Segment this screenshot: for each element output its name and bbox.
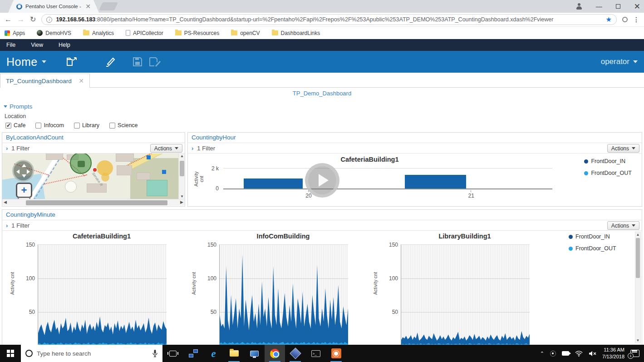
chevron-right-icon[interactable]: › <box>6 222 8 229</box>
chevron-right-icon[interactable]: › <box>6 145 8 152</box>
start-button[interactable] <box>0 345 21 362</box>
url-text[interactable]: 192.168.56.183:8080/pentaho/Home?name=TP… <box>56 16 602 23</box>
wifi-icon[interactable] <box>575 351 583 357</box>
actions-button[interactable]: Actions <box>607 221 639 230</box>
map-viewport[interactable]: Service R + ▲ ▼ <box>2 154 185 199</box>
doc-tab-close-icon[interactable]: ✕ <box>79 77 84 84</box>
bookmark-ps-resources[interactable]: PS-Resources <box>175 30 219 36</box>
back-button[interactable]: ← <box>5 16 12 23</box>
map-horizontal-scrollbar[interactable]: ◀ ▶ <box>2 199 185 206</box>
browser-profile-icon[interactable] <box>576 3 582 10</box>
extension-icon[interactable] <box>622 17 628 22</box>
browser-tab[interactable]: Pentaho User Console - T ✕ <box>8 0 99 13</box>
minimize-button[interactable]: — <box>596 3 602 10</box>
bookmark-dashboardlinks[interactable]: DashboardLinks <box>272 30 320 36</box>
taskbar-remote-desktop[interactable] <box>183 345 203 362</box>
panel-vertical-scrollbar[interactable]: ▲ ▼ <box>635 232 641 343</box>
map-pan-control[interactable] <box>12 160 34 182</box>
page-info-icon[interactable]: i <box>46 17 52 23</box>
map-marker-blue-square[interactable] <box>162 170 166 174</box>
taskbar-chrome[interactable] <box>265 345 285 362</box>
edit-pencil-button[interactable] <box>104 56 116 67</box>
maximize-button[interactable] <box>616 4 620 9</box>
tab-tp-countingdashboard[interactable]: TP_CountingDashboard ✕ <box>0 74 90 88</box>
address-bar[interactable]: i 192.168.56.183:8080/pentaho/Home?name=… <box>41 14 617 25</box>
save-as-button[interactable] <box>149 57 161 67</box>
scroll-up-icon[interactable]: ▲ <box>179 154 185 158</box>
scrollbar-thumb[interactable] <box>180 161 184 176</box>
bookmark-demohvs[interactable]: DemoHVS <box>37 30 71 36</box>
prompts-toggle[interactable]: Prompts <box>4 103 644 110</box>
checkbox-icon[interactable] <box>109 123 115 129</box>
microphone-icon[interactable] <box>152 349 158 357</box>
taskbar-file-explorer[interactable] <box>224 345 244 362</box>
pentaho-menubar: File View Help <box>0 39 644 51</box>
taskbar-internet-explorer[interactable]: e <box>203 345 224 362</box>
checkbox-cafe[interactable]: Cafe <box>5 122 25 129</box>
scroll-right-icon[interactable]: ▶ <box>180 200 183 204</box>
actions-button[interactable]: Actions <box>607 144 639 153</box>
tray-record-icon[interactable] <box>550 351 556 357</box>
browser-menu-icon[interactable]: ⋮ <box>633 16 639 23</box>
scroll-left-icon[interactable]: ◀ <box>4 200 7 204</box>
bookmark-apps[interactable]: Apps <box>5 30 25 36</box>
pan-down-icon[interactable] <box>22 174 26 178</box>
menu-help[interactable]: Help <box>59 42 70 48</box>
browse-files-button[interactable] <box>66 56 79 67</box>
video-play-button[interactable] <box>305 163 339 198</box>
user-menu[interactable]: operator <box>601 57 638 66</box>
hour-bar-chart: CafeteriaBuilding1 Activity cnt 2 k 0 20… <box>188 154 642 206</box>
checkbox-icon[interactable] <box>74 123 80 129</box>
forward-button[interactable]: → <box>17 16 25 23</box>
scroll-down-icon[interactable]: ▼ <box>179 194 185 198</box>
checkbox-label: Cafe <box>14 122 25 129</box>
tray-chevron-icon[interactable]: ⌃ <box>540 351 544 357</box>
pan-left-icon[interactable] <box>16 169 20 174</box>
new-tab-button[interactable] <box>99 2 118 10</box>
checkbox-library[interactable]: Library <box>74 122 99 129</box>
map-zoom-in-button[interactable]: + <box>16 183 32 198</box>
bookmark-opencv[interactable]: openCV <box>231 30 260 36</box>
cortana-icon <box>25 350 33 357</box>
task-view-button[interactable] <box>162 345 183 362</box>
close-button[interactable]: ✕ <box>634 3 640 10</box>
pan-up-icon[interactable] <box>22 164 26 167</box>
bookmark-analytics[interactable]: Analytics <box>83 30 114 36</box>
pan-right-icon[interactable] <box>27 169 30 174</box>
taskbar-my-computer[interactable] <box>244 345 265 362</box>
checkbox-infocom[interactable]: Infocom <box>35 122 64 129</box>
menu-view[interactable]: View <box>31 42 43 48</box>
scrollbar-thumb[interactable] <box>636 238 640 278</box>
search-input[interactable] <box>37 350 148 357</box>
volume-muted-icon[interactable] <box>589 351 596 357</box>
action-center-icon[interactable]: 1 <box>630 350 639 357</box>
taskbar-search[interactable] <box>21 345 162 362</box>
command-prompt-icon: >_ <box>311 350 320 357</box>
map-vertical-scrollbar[interactable]: ▲ ▼ <box>178 154 185 199</box>
map-sports-pitch <box>147 180 167 196</box>
map-marker-blue-square[interactable] <box>147 155 151 159</box>
tray-camera-icon[interactable] <box>562 351 569 356</box>
clock[interactable]: 11:36 AM 7/13/2018 <box>602 347 624 360</box>
panel-title: CountingbyMinute <box>2 210 642 220</box>
reload-button[interactable]: ↻ <box>30 16 36 23</box>
scrollbar-thumb[interactable] <box>26 200 167 205</box>
save-button[interactable] <box>133 57 143 67</box>
chevron-right-icon[interactable]: › <box>192 145 193 152</box>
taskbar-command-prompt[interactable]: >_ <box>305 345 326 362</box>
bar-hour-21 <box>405 175 466 188</box>
actions-button[interactable]: Actions <box>150 144 182 153</box>
taskbar-virtualbox[interactable] <box>285 345 305 362</box>
scroll-down-icon[interactable]: ▼ <box>635 338 640 342</box>
bookmark-star-icon[interactable]: ★ <box>606 15 612 24</box>
taskbar-screen-recorder[interactable] <box>326 345 346 362</box>
checkbox-icon[interactable] <box>35 123 41 129</box>
tab-close-icon[interactable]: ✕ <box>85 3 91 10</box>
scroll-up-icon[interactable]: ▲ <box>635 233 640 237</box>
checkbox-icon[interactable] <box>5 123 11 129</box>
bookmark-apicollector[interactable]: APICollector <box>126 30 163 36</box>
menu-file[interactable]: File <box>6 42 15 48</box>
home-menu[interactable]: Home <box>6 55 38 69</box>
bookmarks-bar: Apps DemoHVS Analytics APICollector PS-R… <box>0 27 644 39</box>
checkbox-science[interactable]: Science <box>109 122 138 129</box>
